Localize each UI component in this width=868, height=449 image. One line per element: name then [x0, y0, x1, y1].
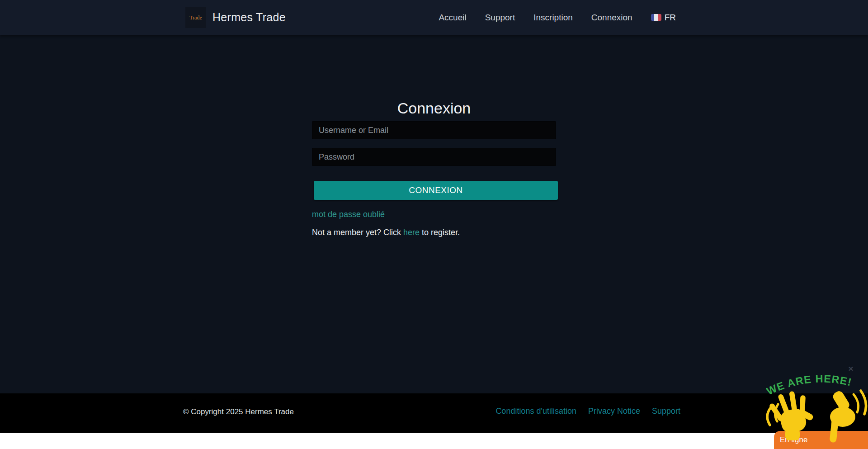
main-nav: Accueil Support Inscription Connexion FR: [439, 0, 676, 35]
footer-nav: Conditions d'utilisation Privacy Notice …: [495, 406, 680, 416]
france-flag-icon: [651, 14, 661, 21]
nav-item-accueil[interactable]: Accueil: [439, 13, 466, 23]
nav-item-connexion[interactable]: Connexion: [591, 13, 632, 23]
register-prompt-after: to register.: [420, 228, 460, 237]
forgot-password-link[interactable]: mot de passe oublié: [312, 210, 385, 219]
chat-launcher[interactable]: En ligne: [774, 431, 868, 449]
banner-text: WE ARE HERE!: [766, 373, 853, 397]
language-switcher[interactable]: FR: [651, 13, 676, 23]
nav-item-inscription[interactable]: Inscription: [533, 13, 573, 23]
chat-status-label: En ligne: [780, 435, 807, 444]
login-submit-button[interactable]: CONNEXION: [314, 181, 558, 200]
footer-link-terms[interactable]: Conditions d'utilisation: [495, 406, 576, 416]
password-input[interactable]: [312, 148, 556, 166]
login-page: Trade Hermes Trade Accueil Support Inscr…: [0, 0, 868, 449]
brand-logo[interactable]: Trade: [185, 7, 206, 28]
username-input[interactable]: [312, 121, 556, 139]
bottom-strip: [0, 433, 868, 449]
page-title: Connexion: [0, 99, 868, 117]
copyright-text: © Copyright 2025 Hermes Trade: [183, 407, 294, 416]
nav-item-support[interactable]: Support: [485, 13, 515, 23]
logo-trade-icon: Trade: [189, 14, 202, 21]
footer-link-support[interactable]: Support: [652, 406, 680, 416]
svg-text:WE ARE HERE!: WE ARE HERE!: [766, 373, 853, 397]
footer: © Copyright 2025 Hermes Trade Conditions…: [0, 393, 868, 433]
navbar: Trade Hermes Trade Accueil Support Inscr…: [0, 0, 868, 35]
chat-close-icon[interactable]: ✕: [846, 364, 855, 373]
register-prompt-before: Not a member yet? Click: [312, 228, 403, 237]
register-prompt: Not a member yet? Click here to register…: [312, 228, 460, 237]
register-here-link[interactable]: here: [403, 228, 420, 237]
footer-link-privacy[interactable]: Privacy Notice: [588, 406, 640, 416]
brand-title[interactable]: Hermes Trade: [212, 0, 286, 35]
language-code: FR: [665, 13, 676, 23]
